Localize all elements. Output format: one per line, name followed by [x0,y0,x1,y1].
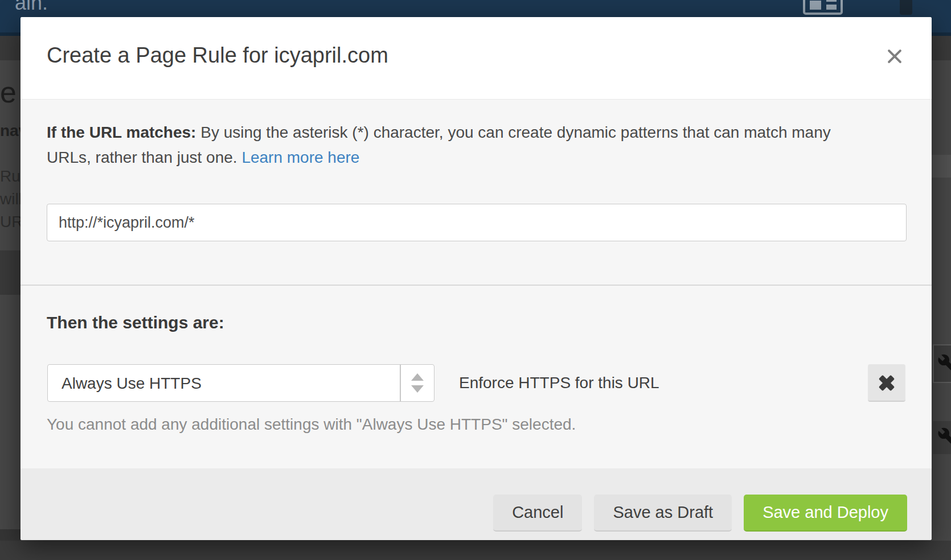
screen: ain. e nav Ru will UR Create a Page Rule… [0,0,951,560]
learn-more-link[interactable]: Learn more here [241,149,359,166]
backdrop-fragment: Ru [0,167,21,186]
modal-header: Create a Page Rule for icyapril.com [21,17,932,100]
cancel-button[interactable]: Cancel [493,495,582,532]
page-rule-modal: Create a Page Rule for icyapril.com If t… [21,17,932,540]
url-match-label: If the URL matches: [47,123,196,141]
remove-setting-button[interactable] [868,364,905,402]
backdrop-band [0,541,951,560]
backdrop-fragment: UR [0,213,23,231]
close-icon[interactable] [884,46,905,67]
url-pattern-input[interactable] [47,204,907,241]
setting-helper-text: You cannot add any additional settings w… [47,415,576,434]
backdrop-row-box [933,421,951,454]
layout-columns-icon [803,0,843,15]
backdrop-fragment: e [0,75,17,109]
url-match-description: If the URL matches: By using the asteris… [47,120,855,170]
settings-section: Then the settings are: Always Use HTTPS … [21,286,932,468]
nav-partial-icon [900,0,912,15]
modal-footer: Cancel Save as Draft Save and Deploy [21,468,932,540]
setting-select-value: Always Use HTTPS [62,374,202,393]
backdrop-row-box [933,344,951,383]
modal-title: Create a Page Rule for icyapril.com [47,43,388,68]
setting-select[interactable]: Always Use HTTPS [47,364,434,402]
backdrop-table-header-band [0,250,21,295]
backdrop-fragment: will [0,190,22,208]
chevron-down-icon [411,385,424,393]
setting-row: Always Use HTTPS Enforce HTTPS for this … [21,364,932,402]
settings-heading: Then the settings are: [47,313,224,332]
select-stepper-icon[interactable] [400,365,434,401]
backdrop-truncated-text: ain. [15,0,48,15]
chevron-up-icon [411,373,424,381]
wrench-icon [937,427,951,447]
save-and-deploy-button[interactable]: Save and Deploy [744,495,907,532]
backdrop-band [932,155,951,178]
url-match-section: If the URL matches: By using the asteris… [21,100,932,285]
save-as-draft-button[interactable]: Save as Draft [594,495,732,532]
setting-description: Enforce HTTPS for this URL [459,374,659,392]
wrench-icon [937,353,951,374]
